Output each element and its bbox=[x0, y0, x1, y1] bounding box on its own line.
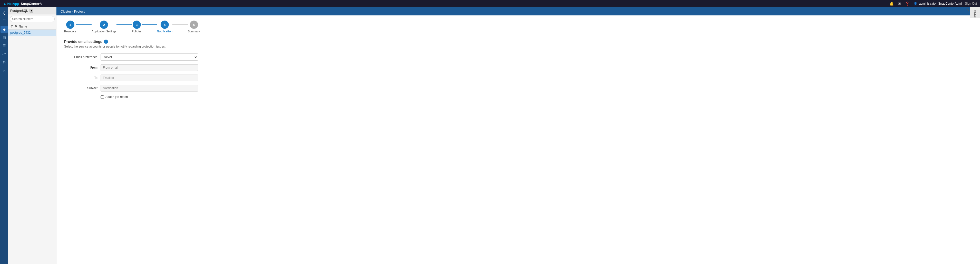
bell-icon[interactable]: 🔔 bbox=[889, 2, 894, 6]
top-nav-right: 🔔 ✉ ❓ 👤 administrator SnapCenterAdmin Si… bbox=[889, 2, 977, 6]
user-icon: 👤 bbox=[913, 2, 917, 5]
username[interactable]: administrator bbox=[919, 2, 937, 5]
signout-link[interactable]: Sign Out bbox=[965, 2, 977, 5]
mail-icon[interactable]: ✉ bbox=[898, 2, 901, 6]
help-icon[interactable]: ❓ bbox=[905, 2, 910, 6]
app-name: SnapCenter® bbox=[21, 2, 42, 6]
netapp-logo: ▲ NetApp bbox=[3, 2, 19, 6]
app-brand: ▲ NetApp SnapCenter® bbox=[3, 2, 42, 6]
top-navbar: ▲ NetApp SnapCenter® 🔔 ✉ ❓ 👤 administrat… bbox=[0, 0, 980, 7]
top-nav-left: ▲ NetApp SnapCenter® bbox=[3, 2, 42, 6]
tenant-name[interactable]: SnapCenterAdmin bbox=[938, 2, 963, 5]
user-info: 👤 administrator SnapCenterAdmin Sign Out bbox=[913, 2, 977, 5]
